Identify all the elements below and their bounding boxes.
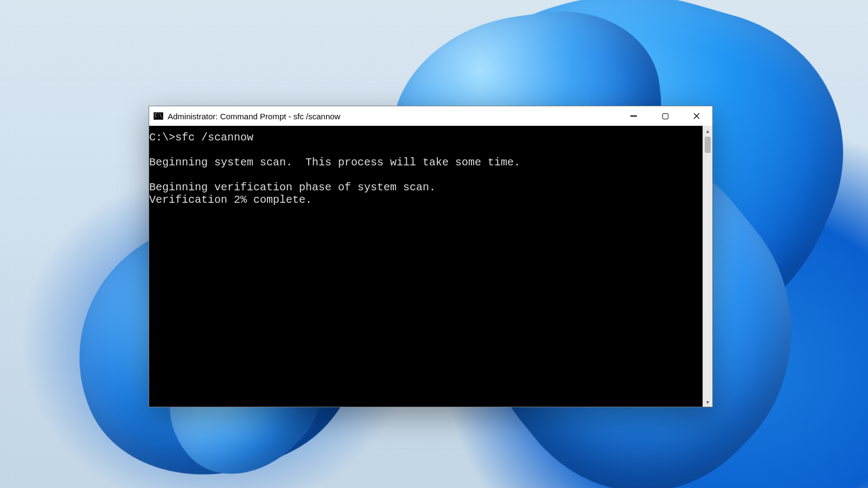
console-line: C:\>sfc /scannow xyxy=(149,131,253,144)
cmd-app-icon xyxy=(154,112,163,120)
vertical-scrollbar[interactable]: ▴ ▾ xyxy=(703,126,712,407)
minimize-button[interactable] xyxy=(618,106,649,126)
maximize-icon xyxy=(662,113,668,119)
scroll-down-button[interactable]: ▾ xyxy=(703,397,712,407)
scroll-up-button[interactable]: ▴ xyxy=(703,126,712,136)
chevron-down-icon: ▾ xyxy=(706,399,709,405)
scrollbar-thumb[interactable] xyxy=(705,137,711,153)
titlebar[interactable]: Administrator: Command Prompt - sfc /sca… xyxy=(149,106,712,126)
console-line: Beginning system scan. This process will… xyxy=(149,156,520,169)
window-title: Administrator: Command Prompt - sfc /sca… xyxy=(168,112,340,121)
console-line: Verification 2% complete. xyxy=(149,194,312,206)
close-button[interactable] xyxy=(681,106,712,126)
maximize-button[interactable] xyxy=(649,106,681,126)
chevron-up-icon: ▴ xyxy=(706,128,709,134)
close-icon xyxy=(693,113,700,119)
scrollbar-track[interactable] xyxy=(703,136,712,397)
command-prompt-window: Administrator: Command Prompt - sfc /sca… xyxy=(149,106,713,407)
console-line: Beginning verification phase of system s… xyxy=(149,181,436,194)
minimize-icon xyxy=(630,115,637,117)
console-output[interactable]: C:\>sfc /scannow Beginning system scan. … xyxy=(149,126,703,407)
